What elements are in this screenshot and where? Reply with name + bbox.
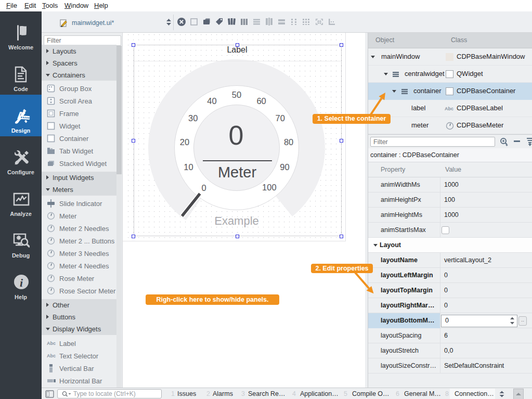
svg-text:Abc: Abc — [47, 353, 56, 358]
svg-text:i: i — [20, 276, 23, 289]
svg-text:Abc: Abc — [445, 106, 453, 111]
svg-text:Abc: Abc — [47, 341, 56, 346]
